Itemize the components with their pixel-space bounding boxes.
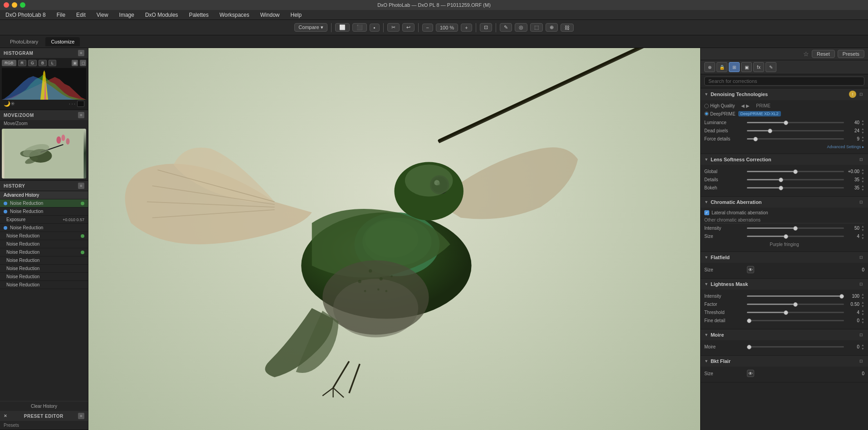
luminance-thumb[interactable] [784,121,788,125]
denoising-header[interactable]: ▼ Denoising Technologies ! ⊡ [701,88,868,100]
menu-item-view[interactable]: View [95,12,110,18]
lm-threshold-up[interactable]: ▲ [861,309,864,312]
global-down[interactable]: ▼ [861,172,864,175]
move-zoom-menu-icon[interactable]: ≡ [78,112,84,118]
size-slider[interactable] [747,236,844,237]
history-advanced-item[interactable]: Advanced History [0,191,88,199]
dead-pixels-thumb[interactable] [768,129,772,133]
hist-btn-b[interactable]: B [39,60,47,66]
luminance-slider[interactable] [747,122,844,123]
maximize-button[interactable] [20,2,25,8]
force-details-thumb[interactable] [753,137,758,141]
list-item[interactable]: Noise Reduction [0,224,88,232]
bokeh-slider[interactable] [747,187,844,188]
global-slider[interactable] [747,171,844,172]
moire-thumb[interactable] [747,345,751,349]
menu-item-file[interactable]: File [55,12,67,18]
flatfield-enable[interactable]: ⊡ [858,254,864,261]
list-item[interactable]: Noise Reduction [0,248,88,256]
zoom-level[interactable]: 100 % [436,24,458,32]
list-item[interactable]: Noise Reduction [0,265,88,273]
flatfield-eye-icon[interactable]: 👁 [747,266,754,273]
lens-softness-enable[interactable]: ⊡ [858,156,864,163]
lightness-mask-header[interactable]: ▼ Lightness Mask ⊡ [701,279,868,290]
menu-item-dxo-modules[interactable]: DxO Modules [143,12,180,18]
toolbar-btn-3[interactable]: ⊞ [729,62,740,72]
list-item[interactable]: Exposure +0.010 0.57 [0,216,88,224]
advanced-settings-link[interactable]: Advanced Settings ▸ [704,144,864,150]
global-up[interactable]: ▲ [861,168,864,171]
moire-enable[interactable]: ⊡ [858,332,864,338]
list-item[interactable]: Noise Reduction [0,256,88,265]
chromatic-aberration-enable[interactable]: ⊡ [858,199,864,205]
luminance-up[interactable]: ▲ [861,119,864,122]
mode-deep-prime[interactable]: DeepPRIME [704,111,736,116]
radio-deep-prime[interactable] [704,111,709,116]
details-down[interactable]: ▼ [861,180,864,183]
details-up[interactable]: ▲ [861,176,864,179]
rotate-btn[interactable]: ↩ [402,23,414,32]
preset-editor-menu-icon[interactable]: ≡ [78,413,84,419]
details-thumb[interactable] [779,178,783,182]
close-preset-icon[interactable]: ✕ [4,414,8,418]
list-item[interactable]: Noise Reduction [0,273,88,281]
lm-fine-detail-thumb[interactable] [747,319,751,323]
force-details-down[interactable]: ▼ [861,139,864,142]
toolbar-btn-1[interactable]: ⊕ [704,62,715,72]
view-mode-btn-2[interactable]: ⬛ [352,23,367,32]
bkt-eye-icon[interactable]: 👁 [747,370,754,377]
compare-button[interactable]: Compare ▾ [294,23,327,32]
bokeh-thumb[interactable] [779,186,783,190]
close-button[interactable] [4,2,9,8]
moire-slider[interactable] [747,346,844,348]
bokeh-down[interactable]: ▼ [861,188,864,191]
lateral-checkbox[interactable]: ✓ [704,210,709,215]
bokeh-up[interactable]: ▲ [861,184,864,188]
moire-down[interactable]: ▼ [861,347,864,350]
tool4[interactable]: ⊕ [546,23,558,32]
list-item[interactable]: Noise Reduction [0,199,88,208]
menu-item-image[interactable]: Image [117,12,136,18]
list-item[interactable]: Noise Reduction [0,281,88,289]
menu-item-window[interactable]: Window [258,12,282,18]
hist-btn-rgb[interactable]: RGB [2,60,16,66]
size-up[interactable]: ▲ [861,233,864,236]
lm-threshold-down[interactable]: ▼ [861,313,864,316]
toolbar-btn-6[interactable]: ✎ [766,62,776,72]
hist-btn-g[interactable]: G [28,60,37,66]
star-icon[interactable]: ☆ [803,50,809,58]
luminance-down[interactable]: ▼ [861,123,864,126]
lightness-mask-enable[interactable]: ⊡ [858,281,864,287]
tool5[interactable]: ⛓ [561,24,574,32]
lm-fine-detail-up[interactable]: ▲ [861,317,864,320]
bkt-flair-enable[interactable]: ⊡ [858,358,864,364]
tab-photo-library[interactable]: PhotoLibrary [5,37,44,46]
lm-factor-up[interactable]: ▲ [861,301,864,304]
hist-icon-1[interactable]: ▣ [72,60,78,66]
dead-pixels-down[interactable]: ▼ [861,131,864,134]
menu-item-app[interactable]: DxO PhotoLab 8 [4,12,48,18]
menu-item-edit[interactable]: Edit [74,12,88,18]
lm-fine-detail-slider[interactable] [747,320,844,321]
mode-high-quality[interactable]: High Quality [704,103,735,108]
toolbar-btn-4[interactable]: ▣ [741,62,752,72]
list-item[interactable]: Noise Reduction [0,240,88,248]
reset-button[interactable]: Reset [812,50,835,58]
toolbar-btn-5[interactable]: fx [753,62,764,72]
menu-item-workspaces[interactable]: Workspaces [218,12,251,18]
force-details-slider[interactable] [747,138,844,140]
lm-intensity-down[interactable]: ▼ [861,296,864,300]
intensity-thumb[interactable] [793,226,798,231]
view-mode-btn-3[interactable]: ▪ [370,24,380,32]
bkt-flair-header[interactable]: ▼ Bkt Flair ⊡ [701,356,868,367]
zoom-in-btn[interactable]: + [461,24,472,32]
lens-softness-header[interactable]: ▼ Lens Softness Correction ⊡ [701,154,868,165]
minimize-button[interactable] [12,2,17,8]
size-down[interactable]: ▼ [861,237,864,240]
history-menu-icon[interactable]: ≡ [78,183,84,189]
clear-history-button[interactable]: Clear History [0,401,88,411]
list-item[interactable]: Noise Reduction [0,232,88,240]
radio-high-quality[interactable] [704,104,709,108]
moire-up[interactable]: ▲ [861,343,864,347]
lm-threshold-thumb[interactable] [784,310,788,315]
